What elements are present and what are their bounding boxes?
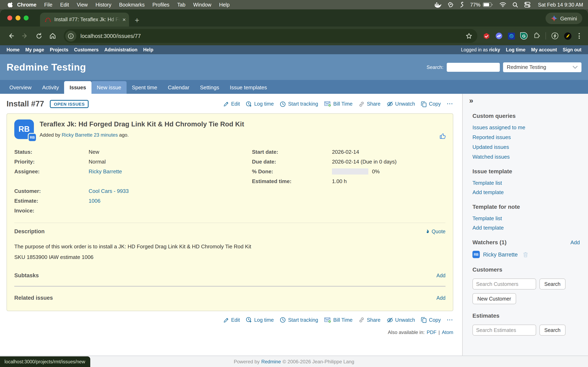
start-tracking-button-bottom[interactable]: Start tracking	[280, 317, 318, 323]
delete-watcher-icon[interactable]	[523, 251, 528, 258]
menubar-item-profiles[interactable]: Profiles	[153, 2, 169, 8]
note-add-template-link[interactable]: Add template	[472, 225, 580, 231]
gemini-button[interactable]: Gemini	[545, 13, 582, 24]
battery-saver-icon[interactable]	[551, 32, 559, 40]
unwatch-button[interactable]: Unwatch	[387, 101, 415, 107]
maximize-window-button[interactable]	[24, 16, 29, 20]
query-updated-issues[interactable]: Updated issues	[472, 144, 580, 150]
collapse-sidebar-icon[interactable]: »	[469, 97, 580, 104]
extension-icon-red[interactable]	[483, 33, 490, 39]
site-info-icon[interactable]	[65, 30, 76, 42]
quote-button[interactable]: Quote	[424, 229, 445, 234]
tab-issues[interactable]: Issues	[64, 81, 91, 94]
address-bar[interactable]: localhost:3000/issues/77	[64, 29, 477, 43]
edit-button-bottom[interactable]: Edit	[223, 317, 240, 323]
log-time-button-bottom[interactable]: Log time	[246, 317, 274, 323]
tab-activity[interactable]: Activity	[37, 81, 64, 94]
issue-add-template-link[interactable]: Add template	[472, 189, 580, 195]
grammarly-icon[interactable]: G	[520, 32, 527, 40]
menubar-item-tab[interactable]: Tab	[177, 2, 185, 8]
project-jump-select[interactable]: Redmine Testing	[503, 62, 581, 72]
author-link[interactable]: Ricky Barrette	[62, 132, 93, 138]
query-watched-issues[interactable]: Watched issues	[472, 154, 580, 160]
wifi-icon[interactable]	[499, 2, 506, 7]
topmenu-log-time[interactable]: Log time	[506, 47, 526, 52]
new-tab-button[interactable]: +	[135, 16, 139, 24]
browser-tab[interactable]: Install #77: Teraflex Jk: Hd Fo ×	[40, 13, 129, 26]
topmenu-my-account[interactable]: My account	[531, 47, 557, 52]
customers-search-input[interactable]	[472, 278, 536, 290]
topmenu-sign-out[interactable]: Sign out	[563, 47, 581, 52]
watcher-name-link[interactable]: Ricky Barrette	[483, 251, 518, 258]
quick-search-input[interactable]	[447, 63, 500, 72]
menubar-item-view[interactable]: View	[77, 2, 88, 8]
spotlight-search-icon[interactable]	[512, 2, 518, 8]
query-issues-assigned-to-me[interactable]: Issues assigned to me	[472, 124, 580, 131]
tab-issue-templates[interactable]: Issue templates	[224, 81, 272, 94]
new-customer-button[interactable]: New Customer	[472, 293, 516, 304]
customers-search-button[interactable]: Search	[539, 278, 565, 290]
topmenu-home[interactable]: Home	[7, 47, 20, 52]
apple-logo-icon[interactable]	[7, 2, 13, 8]
menubar-item-help[interactable]: Help	[219, 2, 229, 8]
redmine-footer-link[interactable]: Redmine	[261, 359, 281, 364]
menubar-item-bookmarks[interactable]: Bookmarks	[119, 2, 145, 8]
menubar-item-window[interactable]: Window	[193, 2, 211, 8]
tab-settings[interactable]: Settings	[195, 81, 224, 94]
menubar-item-edit[interactable]: Edit	[60, 2, 69, 8]
open-issues-badge[interactable]: OPEN ISSUES	[50, 100, 89, 108]
add-watcher-link[interactable]: Add	[571, 239, 580, 245]
topmenu-customers[interactable]: Customers	[74, 47, 99, 52]
thumbs-up-icon[interactable]	[439, 133, 446, 141]
url-text[interactable]: localhost:3000/issues/77	[80, 33, 466, 39]
pdf-link[interactable]: PDF	[427, 329, 437, 335]
menubar-item-chrome[interactable]: Chrome	[17, 2, 36, 8]
menubar-item-file[interactable]: File	[44, 2, 52, 8]
menubar-status-icon-2[interactable]	[448, 2, 454, 8]
extension-icon-blue-badge[interactable]: @	[508, 33, 515, 39]
more-actions-button-bottom[interactable]: ···	[447, 317, 453, 323]
copy-button-bottom[interactable]: Copy	[421, 317, 441, 323]
customer-link[interactable]: Cool Cars - 9933	[89, 188, 129, 194]
log-time-button[interactable]: Log time	[246, 101, 274, 107]
home-button[interactable]	[47, 30, 59, 42]
extension-icon-purple-loop[interactable]	[495, 32, 503, 40]
added-time-link[interactable]: 23 minutes	[94, 132, 118, 138]
reload-button[interactable]	[33, 30, 45, 42]
profile-avatar[interactable]	[564, 32, 572, 40]
atom-link[interactable]: Atom	[442, 329, 453, 335]
add-related-issue-link[interactable]: Add	[437, 295, 446, 301]
edit-button[interactable]: Edit	[223, 101, 240, 107]
unwatch-button-bottom[interactable]: Unwatch	[387, 317, 415, 323]
bookmark-star-icon[interactable]	[466, 33, 472, 39]
close-window-button[interactable]	[7, 16, 12, 20]
add-subtask-link[interactable]: Add	[437, 273, 446, 278]
more-actions-button[interactable]: ···	[447, 101, 453, 107]
docker-menubar-icon[interactable]	[435, 2, 442, 8]
menubar-status-icon-3[interactable]	[460, 2, 464, 8]
tab-close-icon[interactable]: ×	[122, 16, 126, 23]
back-button[interactable]	[5, 30, 17, 42]
topmenu-administration[interactable]: Administration	[104, 47, 138, 52]
extensions-puzzle-icon[interactable]	[533, 32, 540, 40]
assignee-link[interactable]: Ricky Barrette	[89, 168, 122, 175]
start-tracking-button[interactable]: Start tracking	[280, 101, 318, 107]
share-button[interactable]: Share	[359, 101, 380, 107]
issue-template-list-link[interactable]: Template list	[472, 180, 580, 186]
topmenu-projects[interactable]: Projects	[50, 47, 68, 52]
topmenu-help[interactable]: Help	[143, 47, 153, 52]
query-reported-issues[interactable]: Reported issues	[472, 134, 580, 140]
control-center-icon[interactable]	[524, 2, 530, 8]
estimates-search-input[interactable]	[472, 325, 536, 336]
bill-time-button[interactable]: Bill Time	[324, 101, 352, 107]
menubar-item-history[interactable]: History	[95, 2, 112, 8]
minimize-window-button[interactable]	[16, 16, 20, 20]
estimate-link[interactable]: 1006	[89, 198, 100, 204]
tab-spent-time[interactable]: Spent time	[127, 81, 163, 94]
tab-overview[interactable]: Overview	[4, 81, 37, 94]
tab-new-issue[interactable]: New issue	[91, 81, 127, 94]
estimates-search-button[interactable]: Search	[539, 325, 565, 336]
topmenu-my-page[interactable]: My page	[25, 47, 44, 52]
copy-button[interactable]: Copy	[421, 101, 441, 107]
bill-time-button-bottom[interactable]: Bill Time	[324, 317, 352, 323]
